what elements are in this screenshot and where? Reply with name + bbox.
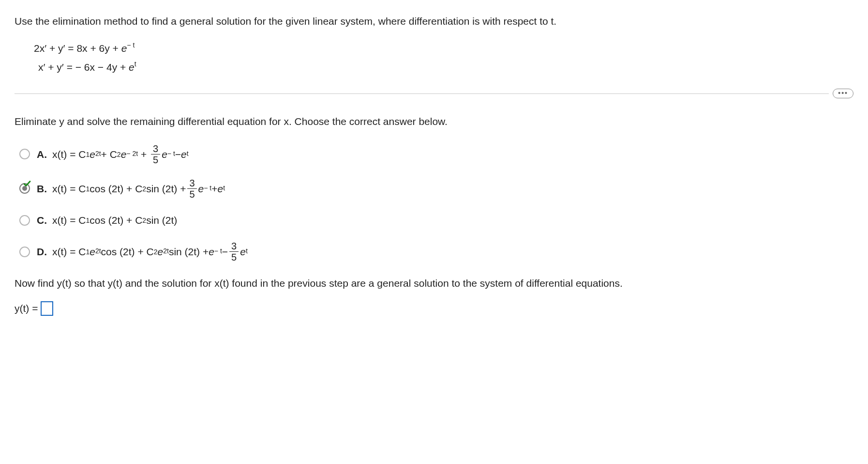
y-input-prefix: y(t) = xyxy=(15,301,38,316)
problem-statement: Use the elimination method to find a gen… xyxy=(15,14,853,29)
radio-d[interactable] xyxy=(19,247,30,257)
option-b[interactable]: B. x(t) = C1 cos (2t) + C2 sin (2t) + 35… xyxy=(19,178,853,199)
option-d-text: x(t) = C1e2t cos (2t) + C2e2t sin (2t) +… xyxy=(52,241,248,262)
option-a-label: A. xyxy=(37,147,47,162)
option-a[interactable]: A. x(t) = C1e2t + C2e− 2t + 35e− t − et xyxy=(19,144,853,165)
option-b-label: B. xyxy=(37,181,47,197)
option-c-label: C. xyxy=(37,213,47,228)
option-d-label: D. xyxy=(37,244,47,260)
options-group: A. x(t) = C1e2t + C2e− 2t + 35e− t − et … xyxy=(19,144,853,263)
checkmark-icon xyxy=(23,179,31,188)
equation-1: 2x′ + y′ = 8x + 6y + e− t xyxy=(34,39,853,58)
option-b-text: x(t) = C1 cos (2t) + C2 sin (2t) + 35e− … xyxy=(52,178,225,199)
section-divider: ••• xyxy=(15,89,853,98)
radio-a[interactable] xyxy=(19,149,30,159)
equation-2: x′ + y′ = − 6x − 4y + et xyxy=(38,58,853,77)
equation-system: 2x′ + y′ = 8x + 6y + e− t x′ + y′ = − 6x… xyxy=(34,39,853,77)
y-question-prompt: Now find y(t) so that y(t) and the solut… xyxy=(15,276,853,291)
y-input-row: y(t) = xyxy=(15,301,853,316)
subquestion-prompt: Eliminate y and solve the remaining diff… xyxy=(15,114,853,129)
option-c-text: x(t) = C1 cos (2t) + C2 sin (2t) xyxy=(52,213,177,228)
radio-b[interactable] xyxy=(19,183,30,194)
option-c[interactable]: C. x(t) = C1 cos (2t) + C2 sin (2t) xyxy=(19,213,853,228)
option-d[interactable]: D. x(t) = C1e2t cos (2t) + C2e2t sin (2t… xyxy=(19,241,853,262)
y-answer-input[interactable] xyxy=(41,301,53,316)
ellipsis-icon[interactable]: ••• xyxy=(833,89,853,98)
divider-line xyxy=(15,93,829,94)
option-a-text: x(t) = C1e2t + C2e− 2t + 35e− t − et xyxy=(52,144,189,165)
radio-c[interactable] xyxy=(19,215,30,226)
